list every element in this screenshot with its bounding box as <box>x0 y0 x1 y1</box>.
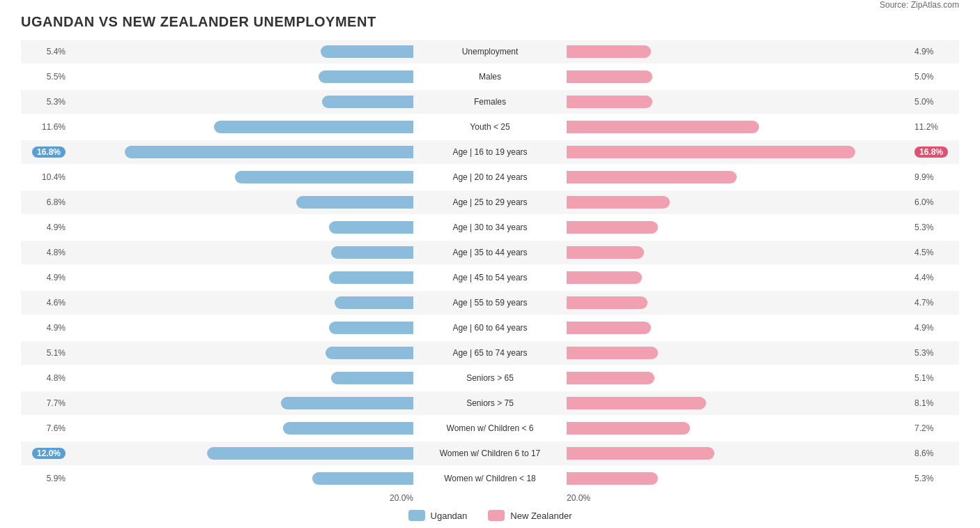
left-bar <box>214 121 413 133</box>
right-bar-area <box>567 119 910 135</box>
chart-row: 4.9%Age | 60 to 64 years4.9% <box>21 316 959 340</box>
right-bar <box>567 196 670 209</box>
chart-row: 4.9%Age | 45 to 54 years4.4% <box>21 266 959 289</box>
right-bar-area <box>567 245 910 260</box>
left-value: 4.8% <box>21 248 70 257</box>
left-bar <box>326 347 413 359</box>
right-value: 5.1% <box>910 373 959 383</box>
right-bar <box>567 372 654 384</box>
chart-row: 7.6%Women w/ Children < 67.2% <box>21 416 959 440</box>
chart-row: 12.0%Women w/ Children 6 to 178.6% <box>21 442 959 465</box>
right-value: 4.7% <box>910 298 959 308</box>
left-value: 7.7% <box>21 398 70 408</box>
left-bar-area <box>70 94 413 110</box>
left-bar <box>335 296 413 309</box>
row-label: Youth < 25 <box>413 122 567 132</box>
right-value: 8.6% <box>910 448 959 458</box>
right-value: 6.0% <box>910 197 959 207</box>
left-bar-area <box>70 169 413 185</box>
left-bar <box>321 45 413 58</box>
left-value: 4.8% <box>21 373 70 383</box>
left-value: 5.5% <box>21 72 70 82</box>
left-bar <box>319 70 413 83</box>
row-label: Women w/ Children < 6 <box>413 423 567 433</box>
left-bar-area <box>70 471 413 486</box>
right-bar-area <box>567 44 910 59</box>
left-bar-area <box>70 270 413 285</box>
row-label: Age | 55 to 59 years <box>413 298 567 308</box>
left-bar-area <box>70 44 413 59</box>
right-bar-area <box>567 144 910 160</box>
chart-row: 5.5%Males5.0% <box>21 65 959 89</box>
row-label: Age | 30 to 34 years <box>413 222 567 232</box>
right-bar <box>567 347 658 359</box>
left-bar <box>329 322 413 334</box>
right-bar <box>567 45 651 58</box>
chart-row: 5.1%Age | 65 to 74 years5.3% <box>21 341 959 365</box>
right-bar-area <box>567 446 910 461</box>
left-value: 5.1% <box>21 348 70 358</box>
right-bar <box>567 171 737 183</box>
left-bar <box>331 246 413 259</box>
left-bar <box>322 96 413 108</box>
right-value: 5.3% <box>910 348 959 358</box>
right-bar-area <box>567 220 910 235</box>
chart-area: 5.4%Unemployment4.9%5.5%Males5.0%5.3%Fem… <box>21 40 959 490</box>
row-label: Age | 35 to 44 years <box>413 248 567 257</box>
right-bar-area <box>567 94 910 110</box>
right-bar <box>567 146 855 158</box>
row-label: Age | 16 to 19 years <box>413 147 567 157</box>
chart-row: 5.9%Women w/ Children < 185.3% <box>21 467 959 490</box>
right-bar <box>567 447 714 460</box>
right-bar-area <box>567 295 910 310</box>
axis-left-value: 20.0% <box>70 493 413 503</box>
left-value: 11.6% <box>21 122 70 132</box>
left-bar-area <box>70 295 413 310</box>
chart-row: 10.4%Age | 20 to 24 years9.9% <box>21 165 959 189</box>
row-label: Seniors > 75 <box>413 398 567 408</box>
right-bar <box>567 397 706 409</box>
left-bar <box>235 171 413 183</box>
right-bar <box>567 322 651 334</box>
left-value: 5.9% <box>21 474 70 483</box>
left-bar-area <box>70 370 413 386</box>
axis-right-value: 20.0% <box>567 493 910 503</box>
legend-swatch-ugandan <box>408 510 425 521</box>
left-bar <box>296 196 413 209</box>
left-bar <box>207 447 413 460</box>
row-label: Males <box>413 72 567 82</box>
right-bar <box>567 221 658 234</box>
right-bar <box>567 246 644 259</box>
row-label: Unemployment <box>413 47 567 56</box>
left-value: 5.3% <box>21 97 70 107</box>
left-bar-area <box>70 446 413 461</box>
left-value: 16.8% <box>21 146 70 158</box>
left-bar <box>331 372 413 384</box>
right-bar <box>567 296 648 309</box>
chart-row: 16.8%Age | 16 to 19 years16.8% <box>21 140 959 164</box>
left-value: 4.6% <box>21 298 70 308</box>
right-value: 5.3% <box>910 474 959 483</box>
right-bar <box>567 422 690 435</box>
right-bar-area <box>567 345 910 361</box>
left-bar <box>283 422 413 435</box>
legend: Ugandan New Zealander <box>21 510 959 521</box>
right-bar-area <box>567 320 910 335</box>
left-bar <box>329 221 413 234</box>
left-bar-area <box>70 220 413 235</box>
right-bar-area <box>567 395 910 411</box>
chart-row: 5.3%Females5.0% <box>21 90 959 114</box>
row-label: Age | 60 to 64 years <box>413 323 567 333</box>
right-bar-area <box>567 195 910 210</box>
left-bar-area <box>70 69 413 84</box>
row-label: Seniors > 65 <box>413 373 567 383</box>
left-value: 4.9% <box>21 323 70 333</box>
legend-ugandan: Ugandan <box>408 510 468 521</box>
right-value: 5.0% <box>910 97 959 107</box>
right-value: 4.9% <box>910 323 959 333</box>
row-label: Age | 25 to 29 years <box>413 197 567 207</box>
chart-row: 6.8%Age | 25 to 29 years6.0% <box>21 190 959 214</box>
left-value: 4.9% <box>21 273 70 282</box>
right-bar-area <box>567 69 910 84</box>
right-bar <box>567 121 759 133</box>
